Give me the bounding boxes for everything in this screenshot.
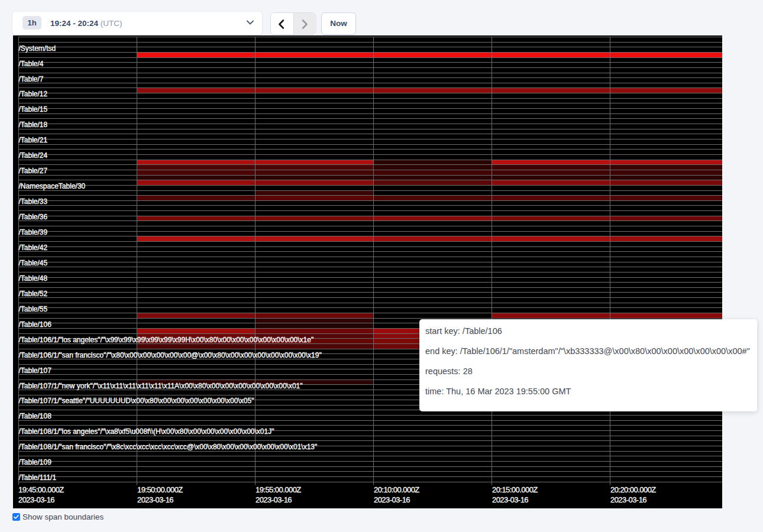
svg-text:/Table/108/1/"san francisco"/": /Table/108/1/"san francisco"/"\x8c\xcc\x…: [19, 443, 318, 451]
svg-text:/NamespaceTable/30: /NamespaceTable/30: [19, 182, 86, 190]
svg-text:20:10:00.000Z: 20:10:00.000Z: [374, 485, 419, 494]
svg-text:2023-03-16: 2023-03-16: [374, 495, 410, 504]
svg-text:/Table/107: /Table/107: [19, 366, 52, 375]
svg-text:/Table/7: /Table/7: [19, 75, 44, 83]
svg-text:/Table/39: /Table/39: [19, 228, 48, 236]
svg-text:2023-03-16: 2023-03-16: [492, 495, 528, 504]
svg-text:19:45:00.000Z: 19:45:00.000Z: [18, 485, 64, 494]
svg-text:19:55:00.000Z: 19:55:00.000Z: [256, 485, 301, 494]
svg-text:/Table/106/1/"los angeles"/"\x: /Table/106/1/"los angeles"/"\x99\x99\x99…: [19, 336, 314, 344]
svg-text:2023-03-16: 2023-03-16: [256, 495, 292, 504]
svg-text:2023-03-16: 2023-03-16: [18, 495, 54, 504]
svg-text:20:20:00.000Z: 20:20:00.000Z: [610, 485, 656, 494]
svg-text:/Table/107/1/"seattle"/"UUUUUU: /Table/107/1/"seattle"/"UUUUUUUD\x00\x80…: [19, 397, 254, 405]
svg-text:/Table/107/1/"new york"/"\x11\: /Table/107/1/"new york"/"\x11\x11\x11\x1…: [19, 382, 303, 390]
svg-text:/Table/21: /Table/21: [19, 136, 48, 144]
svg-text:/Table/15: /Table/15: [19, 105, 48, 113]
svg-text:/Table/24: /Table/24: [19, 151, 48, 160]
svg-text:/Table/109: /Table/109: [19, 458, 52, 466]
svg-text:/Table/18: /Table/18: [19, 121, 48, 129]
svg-text:/Table/33: /Table/33: [19, 197, 48, 206]
svg-text:/Table/45: /Table/45: [19, 259, 48, 267]
svg-text:/Table/108/1/"los angeles"/"\x: /Table/108/1/"los angeles"/"\xa8\xf5\u00…: [19, 427, 274, 436]
svg-text:2023-03-16: 2023-03-16: [137, 495, 173, 504]
svg-text:/Table/36: /Table/36: [19, 213, 48, 221]
svg-text:/Table/27: /Table/27: [19, 167, 48, 175]
svg-text:/System/tsd: /System/tsd: [19, 44, 56, 53]
svg-text:/Table/12: /Table/12: [19, 90, 48, 98]
svg-text:/Table/106/1/"san francisco"/": /Table/106/1/"san francisco"/"\x80\x00\x…: [19, 351, 322, 359]
svg-text:/Table/111/1: /Table/111/1: [19, 473, 57, 482]
svg-text:/Table/4: /Table/4: [19, 60, 44, 68]
svg-text:2023-03-16: 2023-03-16: [610, 495, 646, 504]
svg-text:20:15:00.000Z: 20:15:00.000Z: [492, 485, 538, 494]
svg-text:/Table/52: /Table/52: [19, 290, 48, 298]
svg-text:/Table/48: /Table/48: [19, 274, 48, 283]
svg-text:/Table/42: /Table/42: [19, 244, 48, 252]
svg-text:/Table/55: /Table/55: [19, 305, 48, 313]
svg-text:/Table/108: /Table/108: [19, 412, 52, 420]
svg-text:/Table/106: /Table/106: [19, 320, 52, 329]
svg-text:19:50:00.000Z: 19:50:00.000Z: [137, 485, 183, 494]
